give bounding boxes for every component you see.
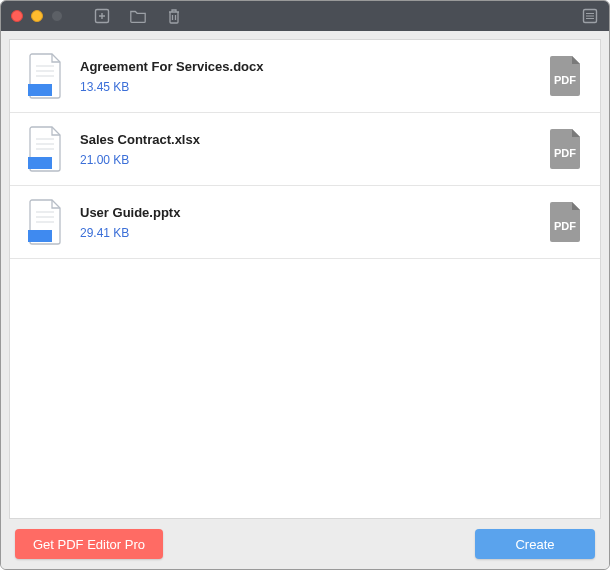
open-folder-icon[interactable] — [129, 7, 147, 25]
footer: Get PDF Editor Pro Create — [1, 519, 609, 569]
file-row[interactable]: Sales Contract.xlsx 21.00 KB PDF — [10, 113, 600, 186]
file-list: Agreement For Services.docx 13.45 KB PDF — [9, 39, 601, 519]
document-icon — [26, 198, 66, 246]
file-size: 13.45 KB — [80, 80, 534, 94]
svg-rect-10 — [28, 84, 52, 96]
minimize-window-button[interactable] — [31, 10, 43, 22]
svg-text:PDF: PDF — [554, 147, 576, 159]
titlebar — [1, 1, 609, 31]
file-name: User Guide.pptx — [80, 205, 534, 220]
toolbar — [93, 7, 183, 25]
maximize-window-button[interactable] — [51, 10, 63, 22]
document-icon — [26, 52, 66, 100]
list-view-icon[interactable] — [581, 7, 599, 25]
file-row[interactable]: User Guide.pptx 29.41 KB PDF — [10, 186, 600, 259]
file-info: User Guide.pptx 29.41 KB — [80, 205, 534, 240]
get-pro-button[interactable]: Get PDF Editor Pro — [15, 529, 163, 559]
file-info: Sales Contract.xlsx 21.00 KB — [80, 132, 534, 167]
close-window-button[interactable] — [11, 10, 23, 22]
add-file-icon[interactable] — [93, 7, 111, 25]
svg-text:PDF: PDF — [554, 220, 576, 232]
pdf-output-icon: PDF — [548, 54, 584, 98]
app-window: Agreement For Services.docx 13.45 KB PDF — [0, 0, 610, 570]
pdf-output-icon: PDF — [548, 127, 584, 171]
svg-rect-20 — [28, 230, 52, 242]
file-name: Sales Contract.xlsx — [80, 132, 534, 147]
document-icon — [26, 125, 66, 173]
file-row[interactable]: Agreement For Services.docx 13.45 KB PDF — [10, 40, 600, 113]
delete-icon[interactable] — [165, 7, 183, 25]
file-size: 29.41 KB — [80, 226, 534, 240]
file-info: Agreement For Services.docx 13.45 KB — [80, 59, 534, 94]
file-name: Agreement For Services.docx — [80, 59, 534, 74]
window-controls — [11, 10, 63, 22]
svg-text:PDF: PDF — [554, 74, 576, 86]
file-size: 21.00 KB — [80, 153, 534, 167]
svg-rect-15 — [28, 157, 52, 169]
create-button[interactable]: Create — [475, 529, 595, 559]
pdf-output-icon: PDF — [548, 200, 584, 244]
